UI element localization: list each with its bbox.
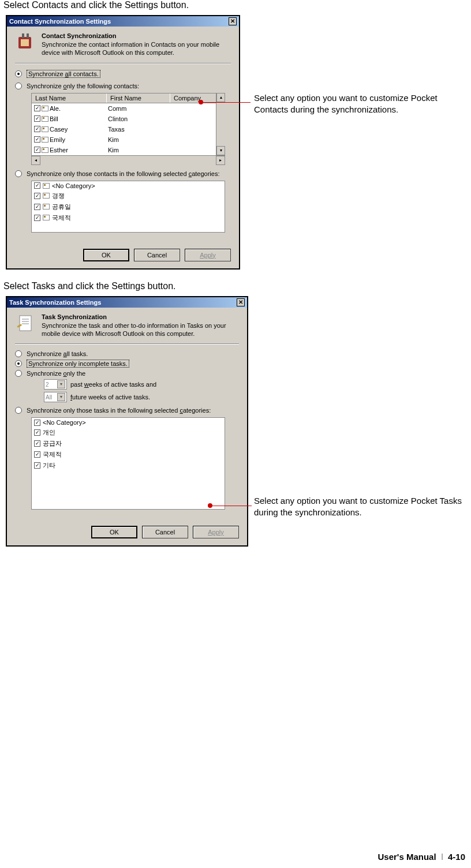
separator <box>15 343 239 345</box>
titlebar: Task Synchronization Settings ✕ <box>7 297 247 308</box>
checkbox[interactable]: ✓ <box>34 462 40 469</box>
cell-first-name: Kim <box>107 147 170 154</box>
card-icon <box>42 147 48 153</box>
list-item[interactable]: ✓공휴일 <box>32 201 225 212</box>
close-icon[interactable]: ✕ <box>229 17 237 25</box>
chevron-down-icon[interactable]: ▾ <box>57 393 65 401</box>
footer-separator: ⅼ <box>441 852 443 862</box>
svg-rect-4 <box>20 316 31 331</box>
cancel-button[interactable]: Cancel <box>142 526 188 538</box>
list-item[interactable]: ✓<No Category> <box>32 418 225 427</box>
list-item[interactable]: ✓국제적 <box>32 449 225 460</box>
checkbox[interactable]: ✓ <box>34 182 40 189</box>
checkbox[interactable]: ✓ <box>34 126 40 132</box>
dialog-title: Task Synchronization Settings <box>9 299 101 306</box>
callout-dot <box>199 100 203 104</box>
card-icon <box>42 106 48 111</box>
apply-button[interactable]: Apply <box>193 526 239 538</box>
list-item[interactable]: ✓개인 <box>32 427 225 438</box>
callout-dot <box>208 503 212 508</box>
chevron-down-icon[interactable]: ▾ <box>57 380 65 388</box>
cell-last-name: Ale. <box>50 105 61 112</box>
checkbox[interactable]: ✓ <box>34 451 40 458</box>
checkbox[interactable]: ✓ <box>34 204 40 210</box>
ok-button[interactable]: OK <box>91 526 137 538</box>
separator <box>15 63 231 64</box>
checkbox[interactable]: ✓ <box>34 420 40 426</box>
scrollbar-horizontal[interactable]: ◂ ▸ <box>31 155 225 164</box>
instruction-tasks: Select Tasks and click the Settings butt… <box>3 281 468 291</box>
card-icon <box>43 215 50 220</box>
radio-sync-only-the[interactable] <box>15 370 22 377</box>
table-row[interactable]: ✓Ale.Comm <box>32 103 215 114</box>
header-title: Contact Synchronization <box>42 32 231 39</box>
checkbox[interactable]: ✓ <box>34 440 40 447</box>
cell-first-name: Taxas <box>107 126 170 133</box>
checkbox[interactable]: ✓ <box>34 115 40 122</box>
checkbox[interactable]: ✓ <box>34 136 40 143</box>
category-label: 국제적 <box>43 450 62 459</box>
card-icon <box>42 116 48 122</box>
dialog-title: Contact Synchronization Settings <box>9 18 111 25</box>
card-icon <box>43 204 50 209</box>
header-title: Task Synchronization <box>42 313 239 320</box>
contact-sync-icon <box>15 32 36 53</box>
checkbox[interactable]: ✓ <box>34 429 40 436</box>
scroll-down-icon[interactable]: ▾ <box>216 146 225 155</box>
footer-manual: User's Manual <box>378 852 436 862</box>
table-row[interactable]: ✓CaseyTaxas <box>32 124 215 134</box>
apply-button[interactable]: Apply <box>185 249 231 261</box>
cancel-button[interactable]: Cancel <box>134 249 180 261</box>
cell-first-name: Kim <box>107 136 170 143</box>
task-sync-dialog: Task Synchronization Settings ✕ Task Syn… <box>6 296 248 547</box>
annotation-contacts: Select any option you want to customize … <box>254 92 462 115</box>
radio-sync-all-label: Synchronize all contacts. <box>27 70 100 78</box>
scroll-right-icon[interactable]: ▸ <box>216 156 225 165</box>
scroll-up-icon[interactable]: ▴ <box>216 93 225 102</box>
radio-sync-categories[interactable] <box>15 170 22 177</box>
instruction-contacts: Select Contacts and click the Settings b… <box>3 0 468 10</box>
list-item[interactable]: ✓<No Category> <box>32 181 225 190</box>
cell-first-name: Comm <box>107 105 170 112</box>
category-label: 공휴일 <box>52 203 71 211</box>
checkbox[interactable]: ✓ <box>34 147 40 153</box>
category-list[interactable]: ✓<No Category>✓경쟁✓공휴일✓국제적 <box>31 181 225 233</box>
scroll-left-icon[interactable]: ◂ <box>31 156 40 165</box>
checkbox[interactable]: ✓ <box>34 215 40 221</box>
category-label: 개인 <box>43 428 55 437</box>
list-item[interactable]: ✓국제적 <box>32 212 225 223</box>
page-footer: User's Manual ⅼ 4-10 <box>378 852 465 862</box>
cell-last-name: Esther <box>50 147 68 154</box>
radio-sync-task-categories[interactable] <box>15 407 22 414</box>
radio-sync-task-categories-label: Synchronize only those tasks in the foll… <box>27 407 211 414</box>
cell-last-name: Emily <box>50 136 65 143</box>
future-weeks-combo[interactable]: All▾ <box>44 392 67 402</box>
checkbox[interactable]: ✓ <box>34 193 40 199</box>
list-item[interactable]: ✓경쟁 <box>32 190 225 201</box>
table-row[interactable]: ✓EstherKim <box>32 145 215 155</box>
col-first-name[interactable]: First Name <box>107 93 170 103</box>
cell-last-name: Casey <box>50 126 68 133</box>
col-last-name[interactable]: Last Name <box>32 93 107 103</box>
past-weeks-combo[interactable]: 2▾ <box>44 379 67 390</box>
cell-last-name: Bill <box>50 115 58 122</box>
list-item[interactable]: ✓기타 <box>32 460 225 471</box>
task-category-list[interactable]: ✓<No Category>✓개인✓공급자✓국제적✓기타 <box>31 417 225 510</box>
category-label: <No Category> <box>52 182 95 189</box>
card-icon <box>42 137 48 143</box>
radio-sync-incomplete-label: Synchronize only incomplete tasks. <box>27 360 129 368</box>
footer-page: 4-10 <box>448 852 465 862</box>
category-label: 기타 <box>43 461 55 470</box>
svg-rect-1 <box>21 39 29 46</box>
close-icon[interactable]: ✕ <box>237 298 245 306</box>
table-row[interactable]: ✓BillClinton <box>32 114 215 124</box>
checkbox[interactable]: ✓ <box>34 105 40 111</box>
radio-sync-only[interactable] <box>15 83 22 89</box>
table-row[interactable]: ✓EmilyKim <box>32 134 215 145</box>
ok-button[interactable]: OK <box>83 249 129 261</box>
radio-sync-all-tasks[interactable] <box>15 350 22 357</box>
list-item[interactable]: ✓공급자 <box>32 438 225 449</box>
cell-first-name: Clinton <box>107 115 170 122</box>
radio-sync-incomplete[interactable] <box>15 360 22 367</box>
radio-sync-all[interactable] <box>15 70 22 77</box>
